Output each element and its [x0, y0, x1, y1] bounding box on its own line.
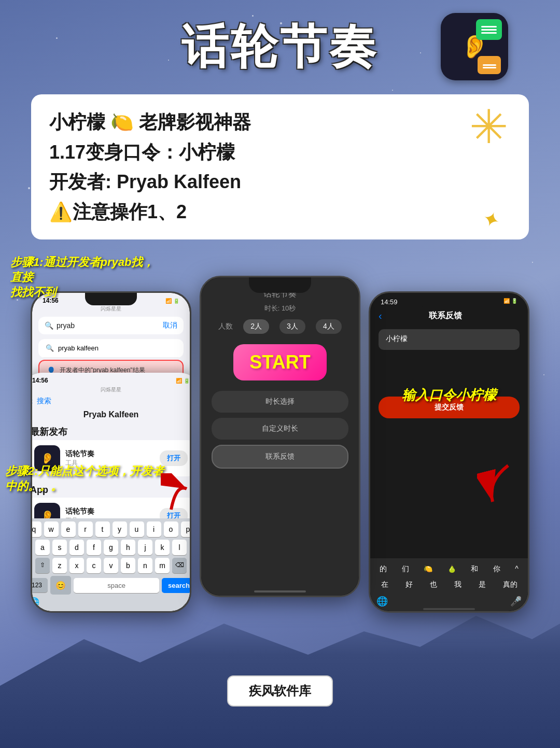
- key-m[interactable]: m: [155, 558, 170, 573]
- search-suggestions: 🔍 pryab kalfeen: [38, 339, 184, 358]
- phone1-screen: 14:56 📶 🔋 闪烁星星 🔍 pryab 取消 🔍 pryab kalfee…: [32, 293, 190, 611]
- key-row-3: ⇧ z x c v b n m ⌫: [32, 558, 190, 573]
- status-subtitle: 闪烁星星: [32, 305, 190, 314]
- input-annotation: 输入口令小柠檬: [370, 386, 528, 404]
- people-4[interactable]: 4人: [316, 319, 342, 334]
- key-x[interactable]: x: [69, 558, 84, 573]
- key-z[interactable]: z: [52, 558, 67, 573]
- phone3-back[interactable]: ‹: [379, 310, 382, 322]
- p3-key-row-2: 在 好 也 我 是 真的: [372, 578, 526, 591]
- key-j[interactable]: j: [138, 540, 152, 555]
- phone3-notch: [418, 293, 480, 308]
- key-h[interactable]: h: [121, 540, 135, 555]
- phone3-keyboard: 的 们 🍋 🍐 和 你 ^ 在 好 也 我 是 真的 🌐: [370, 558, 528, 611]
- start-button[interactable]: START: [233, 344, 327, 380]
- submit-arrow: [477, 460, 519, 514]
- mic-icon[interactable]: 🎤: [183, 597, 190, 608]
- phone3-title: 联系反馈: [382, 311, 509, 321]
- page-title: 话轮节奏: [181, 16, 379, 79]
- header: 话轮节奏 👂: [0, 0, 560, 89]
- phone3-nav: ‹ 联系反馈: [370, 308, 528, 324]
- info-card: 小柠檬 🍋 老牌影视神器 1.17变身口令：小柠檬 开发者: Pryab Kal…: [31, 94, 529, 239]
- key-e[interactable]: e: [61, 521, 76, 537]
- suggestion-item[interactable]: 🔍 pryab kalfeen: [38, 339, 184, 358]
- search-bar[interactable]: 🔍 pryab 取消: [38, 317, 184, 334]
- key-r[interactable]: r: [78, 521, 93, 537]
- key-bottom-icons: 🌐 🎤: [32, 595, 190, 608]
- key-space[interactable]: space: [74, 578, 159, 593]
- phone3-home-indicator: [423, 608, 475, 610]
- info-text: 小柠檬 🍋 老牌影视神器 1.17变身口令：小柠檬 开发者: Pryab Kal…: [49, 107, 511, 227]
- overlay-nav: ‹ 搜索: [32, 394, 190, 408]
- phone2-screen: 话轮节奏 时长: 10秒 人数 2人 3人 4人 START 时长选择 自定义时…: [201, 277, 359, 596]
- key-s[interactable]: s: [52, 540, 67, 555]
- key-emoji[interactable]: 😊: [50, 576, 71, 595]
- duration-select-btn[interactable]: 时长选择: [212, 391, 348, 413]
- people-3[interactable]: 3人: [279, 319, 305, 334]
- phone3-globe-icon[interactable]: 🌐: [376, 596, 388, 607]
- key-shift[interactable]: ⇧: [35, 558, 50, 573]
- search-icon: 🔍: [45, 321, 53, 330]
- custom-duration-btn[interactable]: 自定义时长: [212, 418, 348, 440]
- key-row-2: a s d f g h j k l: [32, 540, 190, 555]
- step2-annotation: 步骤2:只能点这个选项，开发者中的。。。: [5, 464, 171, 493]
- globe-icon[interactable]: 🌐: [32, 597, 39, 608]
- phone3-bottom-icons: 🌐 🎤: [372, 594, 526, 609]
- search-suggestion-icon: 🔍: [46, 344, 54, 352]
- keyboard: q w e r t y u i o p a s d: [32, 518, 190, 611]
- key-l[interactable]: l: [172, 540, 187, 555]
- key-bottom-row: 123 😊 space search: [32, 576, 190, 595]
- people-2[interactable]: 2人: [243, 319, 269, 334]
- phone3: 14:59 📶 🔋 ‹ 联系反馈 小柠檬 输入口令小柠檬 提交反馈 的 们 🍋: [369, 291, 529, 613]
- key-delete[interactable]: ⌫: [172, 558, 187, 573]
- phones-section: 步骤1:通过开发者pryab找，直接 找找不到 14:56 📶 🔋 闪烁星星 🔍…: [0, 255, 560, 618]
- home-indicator: [254, 590, 306, 592]
- phone3-screen: 14:59 📶 🔋 ‹ 联系反馈 小柠檬 输入口令小柠檬 提交反馈 的 们 🍋: [370, 293, 528, 611]
- key-w[interactable]: w: [44, 521, 59, 537]
- contact-feedback-btn[interactable]: 联系反馈: [212, 445, 348, 469]
- key-f[interactable]: f: [87, 540, 101, 555]
- key-b[interactable]: b: [121, 558, 135, 573]
- developer-name: Pryab Kalfeen: [32, 408, 190, 421]
- feedback-input[interactable]: 小柠檬: [379, 329, 520, 350]
- key-y[interactable]: y: [113, 521, 127, 537]
- key-v[interactable]: v: [104, 558, 118, 573]
- footer-label: 疾风软件库: [227, 675, 333, 707]
- duration-display: 时长: 10秒: [201, 304, 359, 313]
- key-a[interactable]: a: [35, 540, 50, 555]
- search-input[interactable]: search: [162, 578, 190, 593]
- key-q[interactable]: q: [32, 521, 41, 537]
- cancel-btn[interactable]: 取消: [163, 321, 177, 330]
- phone2-notch: [249, 277, 311, 293]
- phone1: 14:56 📶 🔋 闪烁星星 🔍 pryab 取消 🔍 pryab kalfee…: [31, 291, 191, 613]
- contact-feedback-arrow: [161, 473, 202, 517]
- app-icon: 👂: [441, 13, 508, 80]
- key-123[interactable]: 123: [32, 578, 48, 592]
- step1-annotation: 步骤1:通过开发者pryab找，直接 找找不到: [10, 255, 156, 300]
- phone3-mic-icon[interactable]: 🎤: [510, 596, 522, 607]
- section-new-releases: 最新发布: [32, 421, 190, 440]
- flower-decoration: ✳: [469, 100, 508, 154]
- phone2: 话轮节奏 时长: 10秒 人数 2人 3人 4人 START 时长选择 自定义时…: [200, 276, 360, 597]
- key-row-1: q w e r t y u i o p: [32, 521, 190, 537]
- people-selector: 人数 2人 3人 4人: [201, 319, 359, 334]
- p3-key-row-1: 的 们 🍋 🍐 和 你 ^: [372, 562, 526, 576]
- key-d[interactable]: d: [69, 540, 84, 555]
- back-button[interactable]: ‹: [32, 397, 33, 406]
- key-t[interactable]: t: [95, 521, 110, 537]
- key-u[interactable]: u: [130, 521, 144, 537]
- key-k[interactable]: k: [155, 540, 170, 555]
- overlay-status: 14:56 📶 🔋: [32, 373, 190, 386]
- key-o[interactable]: o: [164, 521, 178, 537]
- key-n[interactable]: n: [138, 558, 152, 573]
- key-c[interactable]: c: [87, 558, 101, 573]
- search-area: 🔍 pryab 取消: [32, 314, 190, 337]
- key-i[interactable]: i: [147, 521, 161, 537]
- key-p[interactable]: p: [181, 521, 190, 537]
- key-g[interactable]: g: [104, 540, 118, 555]
